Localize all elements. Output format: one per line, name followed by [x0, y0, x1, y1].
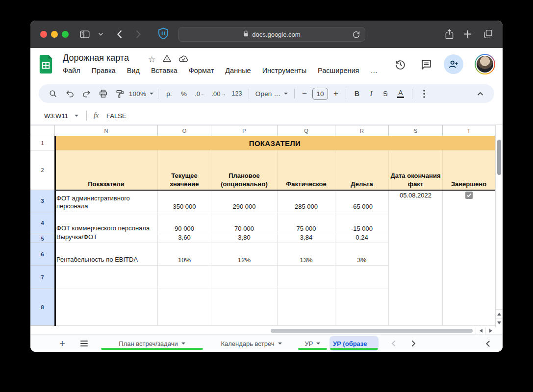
sidebar-toggle-icon[interactable] [79, 29, 91, 40]
tab-overview-icon[interactable] [482, 29, 493, 39]
horizontal-scrollbar[interactable] [55, 327, 495, 334]
vertical-scrollbar-thumb[interactable] [497, 140, 501, 175]
cell-row4-current[interactable]: 90 000 [158, 212, 211, 234]
cell-empty[interactable] [55, 289, 158, 326]
cell-row4-label[interactable]: ФОТ коммерческого персонала [55, 212, 158, 234]
fullscreen-window-button[interactable] [62, 31, 69, 38]
document-title[interactable]: Дорожная карта [63, 53, 129, 63]
name-box[interactable]: W3:W11 [44, 112, 75, 120]
all-sheets-menu-button[interactable] [77, 338, 90, 349]
cell-row4-delta[interactable]: -15 000 [335, 212, 389, 234]
cell-empty[interactable] [158, 289, 211, 326]
row-header-5[interactable]: 5 [30, 234, 55, 243]
menu-extensions[interactable]: Расширения [318, 67, 359, 74]
bold-button[interactable]: B [350, 87, 364, 100]
row-header-8[interactable]: 8 [30, 289, 55, 326]
google-sheets-logo[interactable] [37, 55, 54, 75]
collapse-toolbar-icon[interactable] [472, 87, 488, 100]
paint-format-icon[interactable] [111, 87, 128, 100]
cell-empty[interactable] [278, 289, 335, 326]
cell-header-planned[interactable]: Плановое (опционально) [211, 150, 278, 190]
cell-header-indicator[interactable]: Показатели [55, 150, 158, 190]
zoom-select[interactable]: 100% [128, 87, 154, 100]
cell-row5-planned[interactable]: 3,80 [211, 234, 278, 243]
chevron-down-icon[interactable] [75, 115, 78, 117]
cell-row3-delta[interactable]: -65 000 [335, 190, 389, 212]
horizontal-scrollbar-thumb[interactable] [271, 329, 473, 333]
cell-empty[interactable] [211, 266, 278, 289]
menu-insert[interactable]: Вставка [151, 67, 178, 74]
increase-decimal-button[interactable]: .00→ [209, 87, 228, 100]
chevron-down-icon[interactable] [181, 343, 185, 344]
cell-row5-actual[interactable]: 3,84 [278, 234, 335, 243]
cell-row6-current[interactable]: 10% [158, 243, 211, 266]
cell-row5-current[interactable]: 3,60 [158, 234, 211, 243]
new-tab-icon[interactable] [463, 29, 472, 39]
cell-header-completed[interactable]: Завершено [443, 150, 495, 190]
cell-header-current[interactable]: Текущее значение [158, 150, 211, 190]
content-blocker-shield-icon[interactable] [157, 27, 169, 41]
chevron-down-icon[interactable] [98, 32, 103, 36]
font-size-field[interactable]: 10 [311, 87, 330, 100]
more-formats-button[interactable]: 123 [228, 87, 245, 100]
column-header-T[interactable]: T [443, 125, 495, 136]
cloud-saved-icon[interactable] [178, 55, 189, 65]
cell-header-delta[interactable]: Дельта [335, 150, 389, 190]
minimize-window-button[interactable] [51, 31, 58, 38]
redo-icon[interactable] [78, 87, 95, 100]
increase-font-size-button[interactable]: + [330, 87, 342, 100]
previous-tabs-button[interactable] [387, 338, 400, 349]
close-window-button[interactable] [40, 31, 47, 38]
column-header-N[interactable]: N [55, 125, 158, 136]
cell-row4-planned[interactable]: 70 000 [211, 212, 278, 234]
chevron-down-icon[interactable] [316, 343, 320, 344]
text-color-button[interactable]: A [393, 87, 408, 100]
checkbox-checked[interactable] [465, 192, 473, 199]
decrease-decimal-button[interactable]: .0← [191, 87, 209, 100]
chevron-down-icon[interactable] [278, 343, 282, 344]
cell-banner-pokazateli[interactable]: ПОКАЗАТЕЛИ [55, 136, 495, 150]
menu-format[interactable]: Формат [189, 67, 214, 74]
italic-button[interactable]: I [364, 87, 378, 100]
formula-input[interactable]: FALSE [106, 112, 126, 120]
scroll-left-button[interactable] [476, 327, 486, 334]
more-toolbar-options-icon[interactable] [416, 87, 432, 100]
column-header-R[interactable]: R [335, 125, 389, 136]
undo-icon[interactable] [61, 87, 78, 100]
cell-header-end-date[interactable]: Дата окончания факт [389, 150, 443, 190]
column-header-S[interactable]: S [389, 125, 443, 136]
cell-row3-label[interactable]: ФОТ административного персонала [55, 190, 158, 212]
share-page-icon[interactable] [445, 28, 454, 40]
cell-row6-actual[interactable]: 13% [278, 243, 335, 266]
row-header-4[interactable]: 4 [30, 212, 55, 234]
row-header-6[interactable]: 6 [30, 243, 55, 266]
row-header-7[interactable]: 7 [30, 266, 55, 289]
comments-icon[interactable] [420, 58, 432, 73]
cell-empty[interactable] [158, 266, 211, 289]
cell-row3-current[interactable]: 350 000 [158, 190, 211, 212]
sheet-tab-plan[interactable]: План встреч/задачи [101, 336, 203, 351]
cell-row5-label[interactable]: Выручка/ФОТ [55, 234, 158, 243]
cell-row5-delta[interactable]: 0,24 [335, 234, 389, 243]
cell-empty[interactable] [55, 266, 158, 289]
cell-end-date[interactable]: 05.08.2022 [389, 190, 443, 326]
cell-row6-planned[interactable]: 12% [211, 243, 278, 266]
menu-file[interactable]: Файл [63, 67, 80, 74]
print-icon[interactable] [95, 87, 111, 100]
strikethrough-button[interactable]: S [378, 87, 393, 100]
cell-header-actual[interactable]: Фактическое [278, 150, 335, 190]
search-icon[interactable] [45, 87, 61, 100]
next-tabs-button[interactable] [407, 338, 420, 349]
sheet-tab-ur[interactable]: УР [298, 336, 328, 351]
scroll-down-button[interactable] [496, 318, 503, 327]
menu-overflow[interactable]: … [370, 67, 378, 74]
format-currency-button[interactable]: р. [162, 87, 177, 100]
cell-row4-actual[interactable]: 75 000 [278, 212, 335, 234]
sheet-tab-ur-obrazec-active[interactable]: УР (образе [330, 336, 379, 351]
column-header-Q[interactable]: Q [278, 125, 335, 136]
share-button[interactable] [444, 54, 463, 74]
scroll-right-button[interactable] [485, 327, 496, 334]
format-percent-button[interactable]: % [177, 87, 191, 100]
cell-empty[interactable] [335, 266, 389, 289]
cell-row6-label[interactable]: Рентабельность по EBITDA [55, 243, 158, 266]
